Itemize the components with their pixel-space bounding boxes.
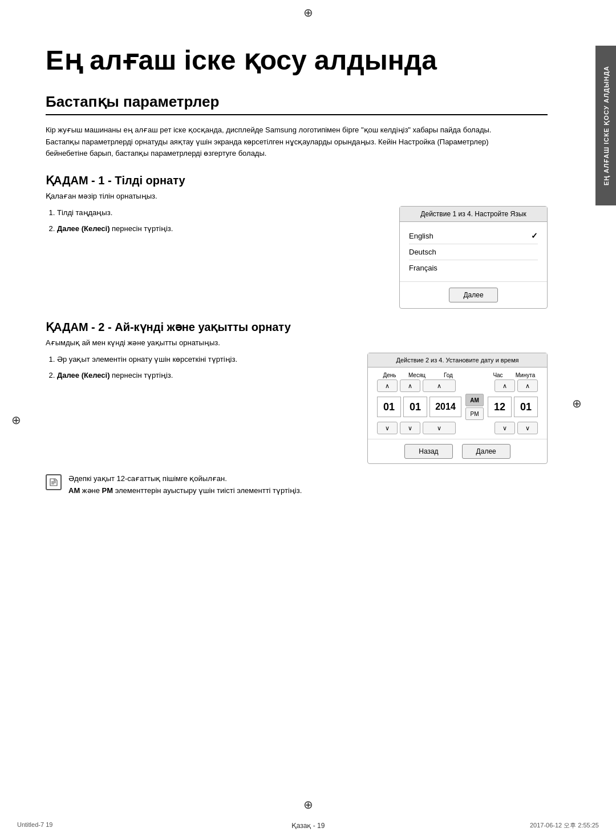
hour-up-arrow[interactable]: ∧ xyxy=(495,379,515,392)
step1-subtitle: Қалаған мәзір тілін орнатыңыз. xyxy=(46,192,548,200)
datetime-back-button[interactable]: Назад xyxy=(404,444,452,459)
lang-item-english[interactable]: English ✓ xyxy=(409,228,538,244)
month-down-arrow[interactable]: ∨ xyxy=(400,422,420,434)
side-tab-text: ЕҢ АЛҒАШ ІСКЕ ҚОСУ АЛДЫНДА xyxy=(602,66,610,185)
note-line1: Әдепкі уақыт 12-сағаттық пішімге қойылға… xyxy=(68,473,302,485)
datetime-next-button[interactable]: Далее xyxy=(462,444,510,459)
day-down-arrow[interactable]: ∨ xyxy=(377,422,398,434)
step1-title: ҚАДАМ - 1 - Тілді орнату xyxy=(46,173,548,187)
step2-instruction2: Далее (Келесі) пернесін түртіңіз. xyxy=(57,369,345,382)
year-value[interactable]: 2014 xyxy=(429,397,461,417)
note-am: AM xyxy=(68,486,80,495)
datetime-dialog-body: День Месяц Год Час Минута ∧ xyxy=(368,368,547,439)
step1-instr2-rest: пернесін түртіңіз. xyxy=(110,224,173,233)
footer-right: 2017-06-12 오후 2:55:25 xyxy=(530,821,599,830)
compass-left-icon: ⊕ xyxy=(11,413,21,427)
step2-instr2-bold: Далее (Келесі) xyxy=(57,371,110,379)
lang-item-francais[interactable]: Français xyxy=(409,260,538,276)
datetime-dialog-title: Действие 2 из 4. Установите дату и время xyxy=(368,353,547,368)
step1-instructions: Тілді таңдаңыз. Далее (Келесі) пернесін … xyxy=(46,206,376,237)
col-day-label: День xyxy=(377,372,402,378)
minute-up-arrow[interactable]: ∧ xyxy=(517,379,538,392)
day-value[interactable]: 01 xyxy=(377,397,401,417)
step2-block: Әр уақыт элементін орнату үшін көрсеткін… xyxy=(46,353,548,464)
note-text: Әдепкі уақыт 12-сағаттық пішімге қойылға… xyxy=(68,473,302,497)
step1-block: Тілді таңдаңыз. Далее (Келесі) пернесін … xyxy=(46,206,548,309)
intro-text: Кір жуғыш машинаны ең алғаш рет іске қос… xyxy=(46,124,513,160)
pm-button[interactable]: PM xyxy=(465,407,484,420)
col-minute-label: Минута xyxy=(513,372,538,378)
lang-english-check: ✓ xyxy=(531,231,538,240)
lang-francais-label: Français xyxy=(409,264,437,272)
step2-instr2-rest: пернесін түртіңіз. xyxy=(110,371,173,379)
year-up-arrow[interactable]: ∧ xyxy=(423,379,456,392)
lang-dialog-title: Действие 1 из 4. Настройте Язык xyxy=(400,207,547,222)
lang-english-label: English xyxy=(409,232,433,240)
minute-down-arrow[interactable]: ∨ xyxy=(517,422,538,434)
col-month-label: Месяц xyxy=(404,372,429,378)
month-up-arrow[interactable]: ∧ xyxy=(400,379,420,392)
hour-down-arrow[interactable]: ∨ xyxy=(495,422,515,434)
col-year-label: Год xyxy=(432,372,465,378)
footer-page-label: Қазақ - 19 xyxy=(291,822,325,830)
note-icon xyxy=(46,474,62,490)
lang-dialog-footer: Далее xyxy=(400,281,547,308)
hour-value[interactable]: 12 xyxy=(488,397,512,417)
step1-instr2-bold: Далее (Келесі) xyxy=(57,224,110,233)
note-line2: AM және PM элементтерін ауыстыру үшін ти… xyxy=(68,485,302,497)
col-hour-label: Час xyxy=(485,372,510,378)
side-tab: ЕҢ АЛҒАШ ІСКЕ ҚОСУ АЛДЫНДА xyxy=(595,46,616,205)
lang-dialog-body: English ✓ Deutsch Français xyxy=(400,222,547,281)
compass-bottom-icon: ⊕ xyxy=(303,798,313,811)
note-box: Әдепкі уақыт 12-сағаттық пішімге қойылға… xyxy=(46,473,388,497)
note-and: және xyxy=(80,486,102,495)
day-up-arrow[interactable]: ∧ xyxy=(377,379,398,392)
step2-title: ҚАДАМ - 2 - Ай-күнді және уақытты орнату xyxy=(46,320,548,334)
lang-item-deutsch[interactable]: Deutsch xyxy=(409,244,538,260)
step1-instruction2: Далее (Келесі) пернесін түртіңіз. xyxy=(57,222,376,235)
note-line2-end: элементтерін ауыстыру үшін тиісті элемен… xyxy=(113,486,302,495)
year-down-arrow[interactable]: ∨ xyxy=(423,422,456,434)
step2-instruction1: Әр уақыт элементін орнату үшін көрсеткін… xyxy=(57,353,345,366)
am-pm-column: AM PM xyxy=(465,394,484,420)
minute-value[interactable]: 01 xyxy=(514,397,538,417)
note-pm: PM xyxy=(102,486,114,495)
step2-instructions: Әр уақыт элементін орнату үшін көрсеткін… xyxy=(46,353,345,384)
step1-instruction1: Тілді таңдаңыз. xyxy=(57,206,376,219)
footer-center: Қазақ - 19 xyxy=(291,822,325,830)
lang-next-button[interactable]: Далее xyxy=(449,288,497,302)
lang-deutsch-label: Deutsch xyxy=(409,248,436,256)
language-dialog: Действие 1 из 4. Настройте Язык English … xyxy=(399,206,548,309)
datetime-dialog: Действие 2 из 4. Установите дату и время… xyxy=(367,353,548,464)
step2-subtitle: Ағымдық ай мен күнді және уақытты орнаты… xyxy=(46,338,548,347)
month-value[interactable]: 01 xyxy=(403,397,427,417)
compass-right-icon: ⊕ xyxy=(572,397,582,410)
footer-left: Untitled-7 19 xyxy=(17,821,52,830)
compass-top-icon: ⊕ xyxy=(303,6,313,19)
datetime-dialog-footer: Назад Далее xyxy=(368,439,547,463)
page-main-title: Ең алғаш іске қосу алдында xyxy=(46,46,548,76)
am-button[interactable]: AM xyxy=(465,394,484,406)
section-title: Бастапқы параметрлер xyxy=(46,93,548,115)
